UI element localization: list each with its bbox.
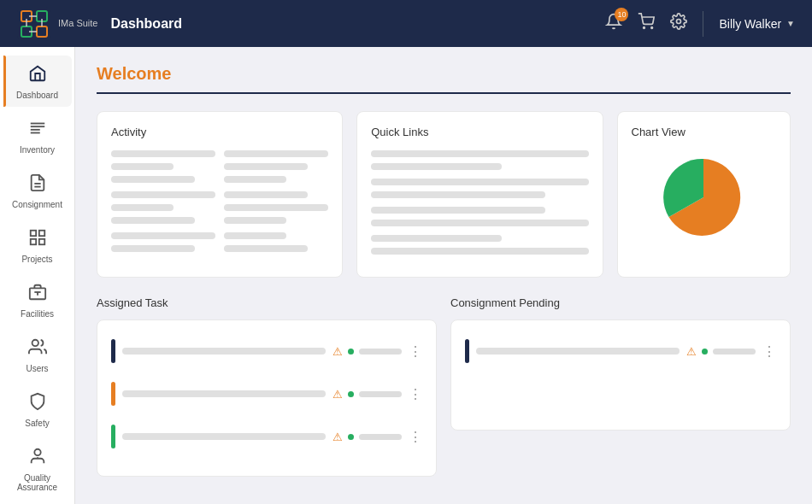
pie-chart-svg [652, 150, 755, 244]
task-content-1 [122, 348, 326, 355]
assigned-task-card: ⚠ ⋮ ⚠ [97, 319, 437, 477]
quick-links-title: Quick Links [371, 126, 588, 138]
consignment-color-bar-1 [465, 339, 469, 363]
page-title: Dashboard [110, 16, 592, 32]
quick-links-card: Quick Links [356, 111, 603, 278]
safety-icon [28, 392, 47, 415]
task-warning-icon-2: ⚠ [332, 388, 343, 401]
user-menu[interactable]: Billy Walker ▼ [719, 17, 795, 31]
task-status-dot-3 [348, 434, 354, 440]
task-label-1 [359, 349, 402, 355]
task-color-bar-green [111, 425, 115, 448]
activity-card-title: Activity [111, 126, 328, 138]
consignment-content-1 [476, 348, 680, 355]
header: IMa Suite Dashboard 10 Billy Walker [0, 0, 812, 47]
task-label-3 [359, 434, 402, 440]
activity-skeleton-1 [111, 150, 328, 183]
consignment-row-1: ⚠ ⋮ [465, 334, 776, 368]
svg-point-11 [677, 20, 681, 24]
sidebar-item-consignment-label: Consignment [12, 200, 62, 209]
svg-point-9 [644, 27, 645, 29]
header-divider [703, 11, 703, 37]
task-row-3: ⚠ ⋮ [111, 419, 422, 454]
task-icons-1: ⚠ [332, 345, 402, 358]
svg-point-10 [651, 27, 653, 29]
chart-view-title: Chart View [632, 126, 777, 138]
chevron-down-icon: ▼ [786, 19, 795, 28]
quick-links-skeleton-1 [371, 150, 588, 170]
top-cards-row: Activity [97, 111, 791, 278]
quick-links-skeleton-4 [371, 235, 588, 255]
task-icons-3: ⚠ [332, 431, 402, 443]
notification-badge: 10 [615, 8, 628, 21]
consignment-menu-1[interactable]: ⋮ [762, 343, 776, 360]
sidebar-item-dashboard-label: Dashboard [16, 91, 58, 100]
activity-skeleton-2 [111, 191, 328, 224]
task-status-dot-1 [348, 349, 354, 355]
task-content-3 [122, 433, 326, 440]
svg-rect-25 [38, 239, 44, 244]
task-status-dot-2 [348, 391, 354, 397]
assigned-task-title: Assigned Task [97, 296, 437, 309]
consignment-icon [28, 173, 47, 196]
consignment-icons-1: ⚠ [686, 345, 756, 358]
logo: IMa Suite [17, 7, 97, 41]
task-row-1: ⚠ ⋮ [111, 334, 422, 368]
projects-icon [28, 228, 47, 251]
notification-icon[interactable]: 10 [605, 13, 622, 34]
task-row-2: ⚠ ⋮ [111, 377, 422, 411]
task-menu-3[interactable]: ⋮ [409, 429, 422, 445]
consignment-label-1 [713, 349, 756, 355]
sidebar-item-facilities[interactable]: Facilities [3, 274, 72, 325]
settings-icon[interactable] [670, 13, 687, 34]
task-warning-icon-3: ⚠ [332, 431, 343, 443]
sidebar-item-quality-label: Quality Assurance [8, 473, 68, 492]
sidebar-item-projects-label: Projects [21, 255, 52, 264]
header-actions: 10 Billy Walker ▼ [605, 11, 795, 37]
content-area: Welcome Activity [75, 47, 812, 504]
consignment-pending-section: Consignment Pending ⚠ ⋮ [450, 296, 791, 477]
consignment-status-dot-1 [702, 349, 708, 355]
sidebar: Dashboard Inventory [0, 47, 75, 504]
svg-rect-22 [30, 231, 35, 236]
home-icon [28, 64, 47, 87]
task-warning-icon-1: ⚠ [332, 345, 343, 358]
svg-point-30 [34, 449, 40, 455]
welcome-heading: Welcome [97, 64, 791, 94]
sidebar-item-inventory-label: Inventory [20, 145, 55, 155]
logo-text: IMa Suite [58, 18, 97, 29]
bottom-row: Assigned Task ⚠ ⋮ [97, 296, 791, 477]
sidebar-item-users-label: Users [26, 364, 48, 373]
sidebar-item-facilities-label: Facilities [21, 309, 54, 319]
sidebar-item-safety[interactable]: Safety [3, 384, 72, 435]
facilities-icon [28, 283, 47, 306]
sidebar-item-safety-label: Safety [25, 419, 49, 428]
sidebar-item-inventory[interactable]: Inventory [3, 110, 72, 161]
task-color-bar-navy [111, 339, 115, 363]
task-menu-1[interactable]: ⋮ [409, 343, 422, 360]
sidebar-item-dashboard[interactable]: Dashboard [3, 56, 72, 107]
task-label-2 [359, 391, 402, 397]
activity-card: Activity [97, 111, 343, 278]
logo-icon [17, 7, 51, 41]
cart-icon[interactable] [638, 13, 655, 34]
task-color-bar-orange [111, 382, 115, 406]
svg-rect-23 [38, 231, 44, 236]
quick-links-skeleton-2 [371, 179, 588, 198]
consignment-pending-title: Consignment Pending [450, 296, 791, 309]
assigned-task-section: Assigned Task ⚠ ⋮ [97, 296, 437, 477]
pie-chart [632, 150, 777, 244]
sidebar-item-quality[interactable]: Quality Assurance [3, 438, 72, 499]
quality-icon [28, 447, 47, 470]
user-name: Billy Walker [719, 17, 781, 31]
sidebar-item-projects[interactable]: Projects [3, 220, 72, 271]
task-menu-2[interactable]: ⋮ [409, 386, 422, 402]
sidebar-item-consignment[interactable]: Consignment [3, 165, 72, 216]
main-layout: Dashboard Inventory [0, 47, 812, 504]
svg-point-29 [32, 340, 38, 346]
svg-rect-24 [30, 239, 35, 244]
task-content-2 [122, 390, 326, 397]
consignment-warning-icon-1: ⚠ [686, 345, 697, 358]
sidebar-item-users[interactable]: Users [3, 329, 72, 380]
users-icon [28, 337, 47, 360]
